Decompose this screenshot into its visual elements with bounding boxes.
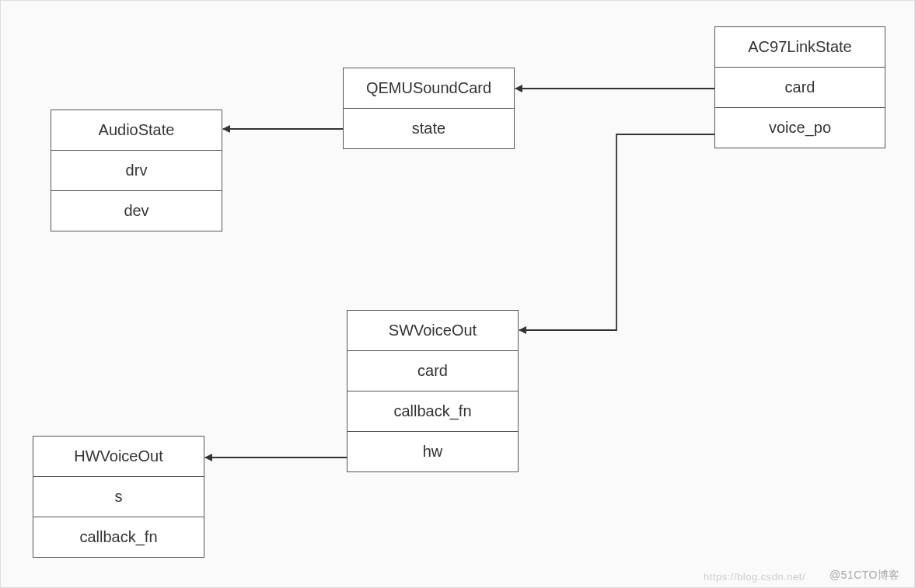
box-field: voice_po	[715, 108, 885, 148]
box-field: state	[344, 109, 514, 148]
box-title: HWVoiceOut	[33, 437, 204, 477]
box-title: QEMUSoundCard	[344, 68, 514, 109]
box-hwvoiceout: HWVoiceOut s callback_fn	[33, 436, 204, 558]
box-title: SWVoiceOut	[347, 311, 518, 351]
box-title: AudioState	[51, 110, 222, 151]
box-title: AC97LinkState	[715, 27, 885, 68]
box-field: hw	[347, 432, 518, 471]
box-field: callback_fn	[347, 391, 518, 432]
box-ac97linkstate: AC97LinkState card voice_po	[714, 26, 885, 148]
box-field: card	[715, 68, 885, 108]
box-field: s	[33, 477, 204, 517]
box-field: dev	[51, 191, 222, 231]
box-field: drv	[51, 151, 222, 191]
box-swvoiceout: SWVoiceOut card callback_fn hw	[347, 310, 519, 472]
box-field: callback_fn	[33, 517, 204, 557]
watermark-51cto: @51CTO博客	[829, 569, 900, 583]
watermark-csdn: https://blog.csdn.net/	[704, 571, 805, 583]
arrow-ac97-to-swvoiceout	[519, 134, 714, 330]
box-field: card	[347, 351, 518, 391]
box-audiostate: AudioState drv dev	[51, 110, 222, 231]
box-qemusoundcard: QEMUSoundCard state	[343, 68, 515, 149]
